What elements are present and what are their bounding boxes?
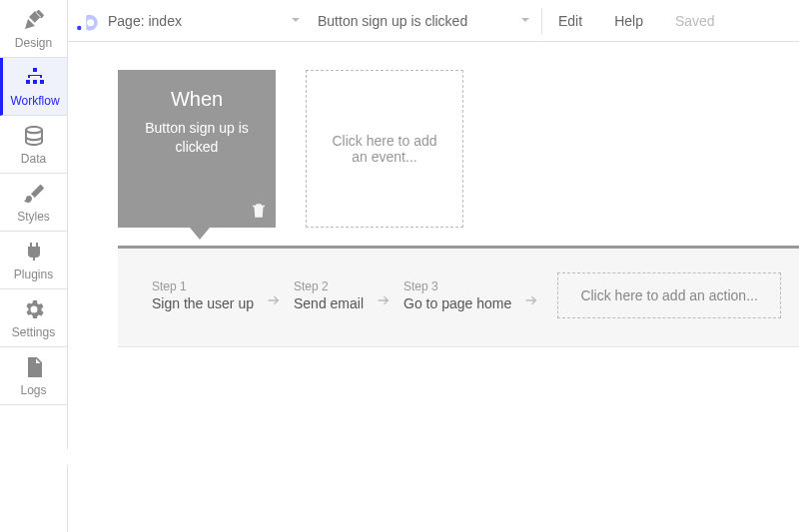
action-step-name: Go to page home [403,295,511,311]
action-step-1[interactable]: Step 1 Sign the user up [152,279,254,311]
sidebar-item-label: Design [15,36,52,50]
logo [74,7,102,35]
sidebar-item-data[interactable]: Data [0,116,67,174]
event-dropdown-label: Button sign up is clicked [318,13,467,29]
trash-icon[interactable] [250,202,268,220]
sidebar-item-label: Data [21,152,46,166]
sidebar-item-logs[interactable]: Logs [0,347,67,405]
event-card-pointer [190,228,210,240]
svg-point-1 [87,19,94,26]
action-step-num: Step 2 [294,279,364,293]
action-step-name: Sign the user up [152,295,254,311]
event-dropdown[interactable]: Button sign up is clicked [312,0,541,41]
arrow-right-icon [521,292,541,308]
data-icon [21,123,47,149]
action-step-name: Send email [294,295,364,311]
events-row: When Button sign up is clicked Click her… [118,70,463,228]
styles-icon [21,181,47,207]
actions-row: Step 1 Sign the user up Step 2 Send emai… [152,272,781,318]
page-dropdown-label: Page: index [108,13,182,29]
topbar: Page: index Button sign up is clicked Ed… [68,0,799,42]
settings-icon [21,296,47,322]
event-card[interactable]: When Button sign up is clicked [118,70,276,228]
sidebar-item-label: Plugins [14,267,53,281]
sidebar-item-styles[interactable]: Styles [0,174,67,232]
actions-panel: Step 1 Sign the user up Step 2 Send emai… [118,246,799,347]
sidebar-item-plugins[interactable]: Plugins [0,232,67,289]
sidebar-item-label: Styles [17,210,50,224]
workflow-icon [22,65,48,91]
event-card-desc: Button sign up is clicked [130,119,264,157]
plugins-icon [21,239,47,265]
chevron-down-icon [519,13,531,29]
arrow-right-icon [264,292,284,308]
page-dropdown[interactable]: Page: index [102,0,312,41]
action-step-2[interactable]: Step 2 Send email [294,279,364,311]
action-step-num: Step 1 [152,279,254,293]
workspace: When Button sign up is clicked Click her… [68,42,799,532]
sidebar: Design Workflow Data Styles Plugins [0,0,68,532]
action-step-3[interactable]: Step 3 Go to page home [403,279,511,311]
add-event-placeholder[interactable]: Click here to add an event... [306,70,463,228]
svg-point-0 [77,25,81,29]
sidebar-item-design[interactable]: Design [0,0,67,58]
topbar-help[interactable]: Help [598,0,659,41]
topbar-saved: Saved [659,0,731,41]
sidebar-item-settings[interactable]: Settings [0,289,67,347]
arrow-right-icon [374,292,394,308]
chevron-down-icon [290,13,302,29]
sidebar-item-label: Workflow [10,94,59,108]
design-icon [21,7,47,33]
sidebar-item-workflow[interactable]: Workflow [0,58,67,116]
sidebar-item-label: Logs [20,383,46,397]
sidebar-item-label: Settings [12,325,55,339]
app-root: Design Workflow Data Styles Plugins [0,0,799,532]
event-card-title: When [171,88,223,111]
topbar-edit[interactable]: Edit [542,0,598,41]
main: Page: index Button sign up is clicked Ed… [68,0,799,532]
logs-icon [21,354,47,380]
add-action-placeholder[interactable]: Click here to add an action... [557,272,781,318]
action-step-num: Step 3 [403,279,511,293]
